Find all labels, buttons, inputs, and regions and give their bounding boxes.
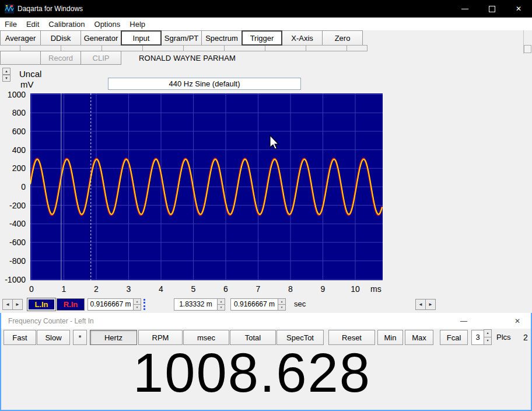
frequency-reading: 1008.628 <box>0 341 517 405</box>
left-in-channel-button[interactable]: L.In <box>27 298 55 311</box>
maximize-icon <box>489 6 495 12</box>
tab-stub <box>346 45 368 51</box>
right-in-channel-button[interactable]: R.In <box>57 298 85 311</box>
y-axis-spinner: ▴ ▾ <box>2 68 10 82</box>
tab-stub <box>265 45 306 51</box>
y-tick-label: -1000 <box>5 274 26 284</box>
spin-up-button[interactable]: ▴ <box>278 299 285 305</box>
toolbar-button-averager[interactable]: Averager <box>0 30 41 46</box>
app-icon <box>5 4 14 13</box>
y-tick-label: -200 <box>9 200 26 210</box>
scroll-left-button[interactable]: ◄ <box>415 299 426 310</box>
frequency-counter-window: Frequency Counter - Left In — ✕ Fast Slo… <box>0 313 532 411</box>
cursor-left-value: 0.9166667 m <box>88 299 133 310</box>
record-button[interactable]: Record <box>40 51 81 65</box>
toolbar-row-2: Record CLIP RONALD WAYNE PARHAM <box>0 51 532 65</box>
waveform-display[interactable] <box>30 93 383 280</box>
spin-down-button[interactable]: ▾ <box>278 305 285 310</box>
toolbar-button-x-axis[interactable]: X-Axis <box>282 30 323 46</box>
x-tick-label: 4 <box>159 284 163 294</box>
cursor-drag-handle[interactable] <box>144 299 145 310</box>
x-tick-label: 2 <box>94 284 99 294</box>
tab-stub <box>183 45 225 51</box>
y-compress-button[interactable]: ▾ <box>2 75 10 82</box>
toolbar-button-ddisk[interactable]: DDisk <box>40 30 81 46</box>
close-button[interactable]: ✕ <box>504 313 531 329</box>
y-tick-label: -400 <box>9 219 26 228</box>
menu-bar: File Edit Calibration Options Help <box>0 18 532 30</box>
x-tick-label: 6 <box>223 284 228 294</box>
close-button[interactable]: ✕ <box>505 0 532 18</box>
menu-item-edit[interactable]: Edit <box>22 18 44 30</box>
minimize-button[interactable]: — <box>452 0 478 18</box>
y-expand-button[interactable]: ▴ <box>2 68 10 75</box>
counter-title-bar: Frequency Counter - Left In — ✕ <box>1 313 531 329</box>
cursor-right-value: 1.83332 m <box>174 299 217 310</box>
blank-button[interactable] <box>0 51 41 65</box>
toolbar-button-zero[interactable]: Zero <box>322 30 363 46</box>
x-axis-labels: 012345678910ms <box>30 284 427 295</box>
daqarta-main-window: Daqarta for Windows — ✕ File Edit Calibr… <box>0 0 532 313</box>
y-tick-label: 200 <box>12 163 26 173</box>
y-tick-label: 600 <box>12 127 26 136</box>
minimize-button[interactable]: — <box>450 313 477 329</box>
spacer <box>477 313 504 329</box>
minimize-icon: — <box>460 317 467 325</box>
toolbar-button-spectrum[interactable]: Spectrum <box>201 30 242 46</box>
menu-item-file[interactable]: File <box>0 18 22 30</box>
x-tick-label: 10 <box>351 284 360 294</box>
edge-value: 2 <box>523 330 528 345</box>
close-icon: ✕ <box>514 317 520 325</box>
x-tick-label: 1 <box>62 284 66 294</box>
x-tick-label: 5 <box>191 284 196 294</box>
x-tick-label: 9 <box>321 284 326 294</box>
window-title: Daqarta for Windows <box>18 5 83 13</box>
toolbar-button-generator[interactable]: Generator <box>80 30 121 46</box>
menu-item-calibration[interactable]: Calibration <box>44 18 89 30</box>
y-tick-label: 1000 <box>8 89 26 99</box>
cursor-readout-bar: ◄ ► L.In R.In 0.9166667 m ▴ ▾ 1.83332 m … <box>0 298 532 311</box>
counter-window-controls: — ✕ <box>450 313 531 329</box>
registered-user-name: RONALD WAYNE PARHAM <box>139 54 236 62</box>
clip-button[interactable]: CLIP <box>80 51 121 65</box>
spin-down-button[interactable]: ▾ <box>218 305 225 310</box>
cursor-right-field[interactable]: 1.83332 m ▴ ▾ <box>174 298 225 311</box>
scroll-right-button[interactable]: ► <box>425 299 436 310</box>
window-controls: — ✕ <box>452 0 532 18</box>
scroll-left-button[interactable]: ◄ <box>2 299 13 310</box>
spin-up-button[interactable]: ▴ <box>484 329 492 337</box>
generator-title-field[interactable]: 440 Hz Sine (default) <box>108 78 301 90</box>
cursor-right-spinner: ▴ ▾ <box>217 299 225 310</box>
y-tick-label: 400 <box>12 145 26 154</box>
menu-item-options[interactable]: Options <box>90 18 125 30</box>
minimize-icon: — <box>461 5 468 13</box>
y-tick-label: 0 <box>21 182 26 191</box>
toolbar: Averager DDisk Generator Input Sgram/PT … <box>0 30 532 46</box>
toolbar-button-input[interactable]: Input <box>121 30 162 46</box>
cursor-left-spinner: ▴ ▾ <box>133 299 141 310</box>
maximize-button[interactable] <box>478 0 505 18</box>
x-tick-label: 8 <box>288 284 293 294</box>
tab-stub <box>142 45 184 51</box>
y-tick-label: -600 <box>9 238 26 247</box>
cursor-delta-field[interactable]: 0.9166667 m ▴ ▾ <box>230 298 286 311</box>
title-bar: Daqarta for Windows — ✕ <box>0 0 532 18</box>
counter-window-title: Frequency Counter - Left In <box>8 317 94 325</box>
tab-stub <box>306 45 347 51</box>
y-axis-unit-label: mV <box>20 79 34 89</box>
y-axis-labels: 10008006004002000-200-400-600-800-1000 <box>0 93 27 280</box>
seconds-unit-label: sec <box>294 299 306 308</box>
menu-item-help[interactable]: Help <box>125 18 150 30</box>
cursor-left-field[interactable]: 0.9166667 m ▴ ▾ <box>88 298 141 311</box>
spin-down-button[interactable]: ▾ <box>134 305 141 310</box>
tab-stub <box>224 45 265 51</box>
x-axis-unit-label: ms <box>370 284 382 294</box>
scroll-right-button[interactable]: ► <box>12 299 23 310</box>
toolbar-button-sgram-pt[interactable]: Sgram/PT <box>161 30 202 46</box>
spin-up-button[interactable]: ▴ <box>218 299 225 305</box>
spin-up-button[interactable]: ▴ <box>134 299 141 305</box>
waveform-trace <box>30 93 383 280</box>
toolbar-button-trigger[interactable]: Trigger <box>242 30 282 46</box>
right-scrollbar-button[interactable] <box>524 45 531 53</box>
cursor-delta-spinner: ▴ ▾ <box>278 299 285 310</box>
